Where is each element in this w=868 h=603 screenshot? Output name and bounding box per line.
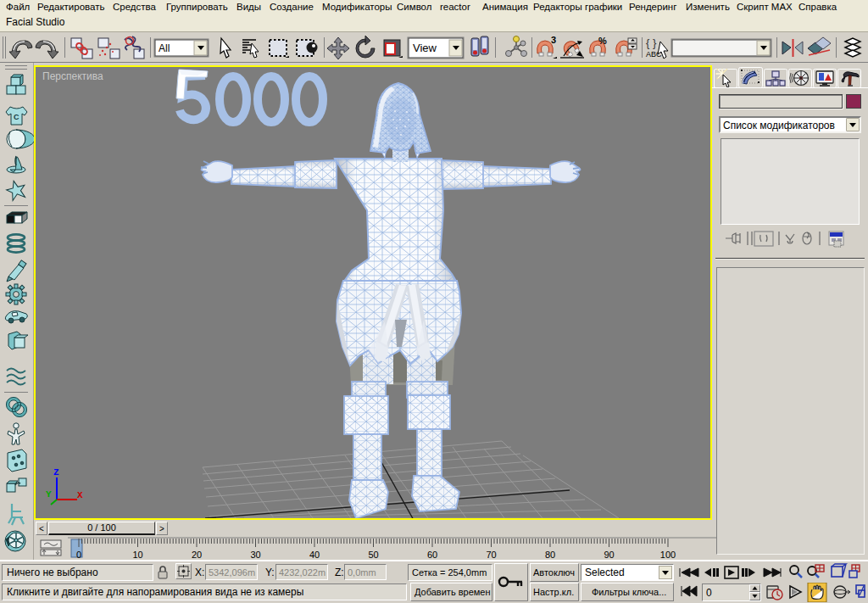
svg-text:40: 40 [309,550,320,560]
svg-text:50: 50 [368,550,378,560]
svg-text:%: % [598,36,607,46]
svg-text:60: 60 [427,550,437,560]
svg-text:X: X [77,490,83,500]
svg-text:10: 10 [132,550,142,560]
svg-text:Y: Y [46,489,52,500]
svg-text:Z: Z [53,467,59,477]
svg-text:{ }: { } [646,36,657,49]
svg-text:All: All [159,42,170,54]
svg-text:20: 20 [192,550,202,560]
svg-text:70: 70 [486,550,496,560]
svg-text:C: C [14,113,19,121]
svg-text:3: 3 [551,35,556,45]
svg-text:90: 90 [604,550,614,560]
svg-text:30: 30 [250,550,260,560]
svg-text:0: 0 [76,550,81,560]
svg-text:100: 100 [660,550,676,560]
svg-text:View: View [413,42,437,54]
svg-text:80: 80 [545,550,555,560]
